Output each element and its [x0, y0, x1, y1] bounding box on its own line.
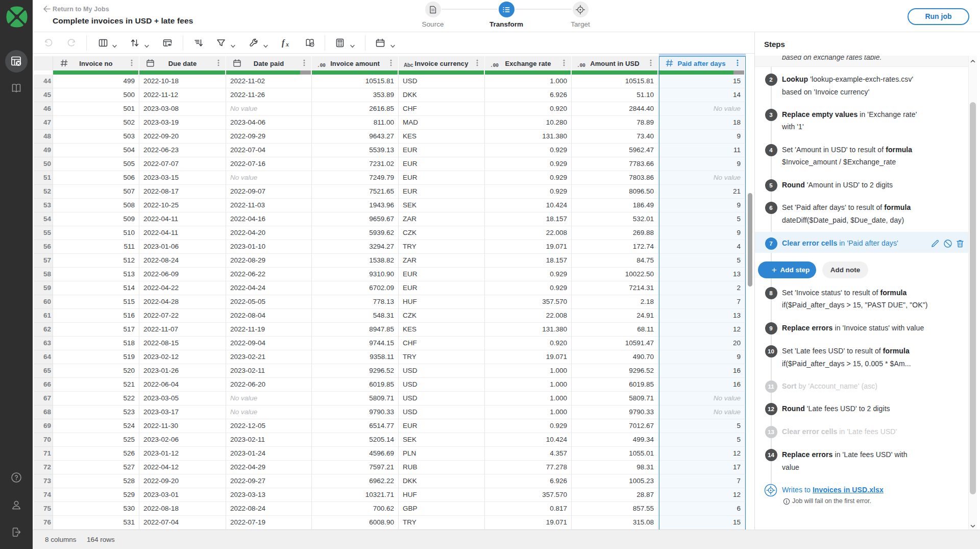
svg-text:f: f — [282, 38, 285, 47]
svg-text:x: x — [285, 41, 289, 48]
